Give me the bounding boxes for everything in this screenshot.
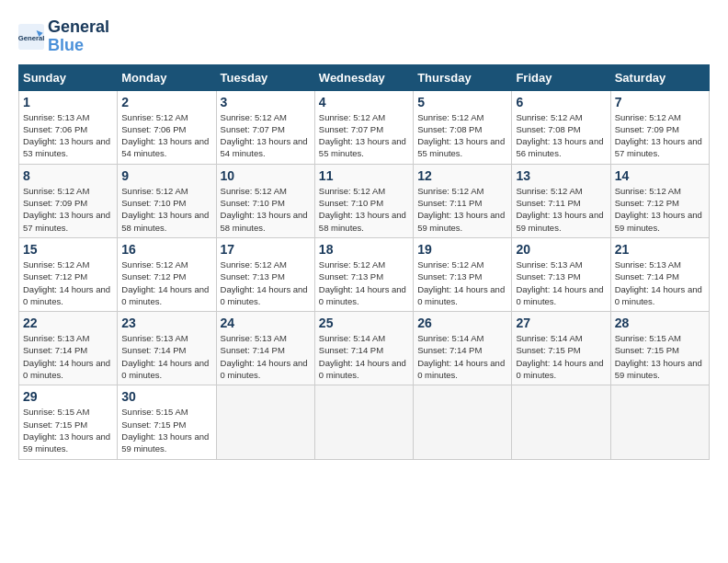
column-header-wednesday: Wednesday (314, 64, 413, 90)
day-info: Sunrise: 5:14 AM Sunset: 7:14 PM Dayligh… (319, 332, 409, 381)
calendar-cell: 8 Sunrise: 5:12 AM Sunset: 7:09 PM Dayli… (19, 164, 118, 237)
day-info: Sunrise: 5:13 AM Sunset: 7:14 PM Dayligh… (615, 259, 705, 307)
day-number: 12 (417, 168, 507, 183)
calendar-body: 1 Sunrise: 5:13 AM Sunset: 7:06 PM Dayli… (19, 90, 710, 459)
day-number: 23 (121, 316, 211, 330)
day-info: Sunrise: 5:14 AM Sunset: 7:15 PM Dayligh… (516, 332, 606, 381)
logo-icon: General (18, 24, 44, 50)
day-number: 9 (121, 168, 211, 183)
day-info: Sunrise: 5:14 AM Sunset: 7:14 PM Dayligh… (417, 332, 507, 381)
day-number: 27 (516, 316, 606, 330)
day-number: 21 (615, 242, 705, 257)
day-info: Sunrise: 5:13 AM Sunset: 7:06 PM Dayligh… (23, 111, 113, 160)
calendar-cell: 16 Sunrise: 5:12 AM Sunset: 7:12 PM Dayl… (118, 237, 216, 311)
day-info: Sunrise: 5:15 AM Sunset: 7:15 PM Dayligh… (23, 406, 113, 454)
day-info: Sunrise: 5:12 AM Sunset: 7:11 PM Dayligh… (417, 185, 507, 234)
calendar-cell (314, 385, 413, 459)
calendar-cell (414, 385, 512, 459)
calendar-cell: 30 Sunrise: 5:15 AM Sunset: 7:15 PM Dayl… (118, 385, 216, 459)
day-number: 11 (319, 168, 409, 183)
calendar-cell: 11 Sunrise: 5:12 AM Sunset: 7:10 PM Dayl… (314, 164, 413, 237)
day-number: 26 (417, 316, 507, 330)
calendar-week-3: 15 Sunrise: 5:12 AM Sunset: 7:12 PM Dayl… (19, 237, 710, 311)
calendar-cell: 22 Sunrise: 5:13 AM Sunset: 7:14 PM Dayl… (19, 312, 118, 385)
calendar-cell: 9 Sunrise: 5:12 AM Sunset: 7:10 PM Dayli… (118, 164, 216, 237)
calendar-cell: 18 Sunrise: 5:12 AM Sunset: 7:13 PM Dayl… (314, 237, 413, 311)
day-info: Sunrise: 5:12 AM Sunset: 7:12 PM Dayligh… (23, 259, 113, 307)
logo: General GeneralBlue (18, 18, 109, 55)
day-info: Sunrise: 5:12 AM Sunset: 7:08 PM Dayligh… (516, 111, 606, 160)
header: General GeneralBlue (18, 18, 710, 55)
day-info: Sunrise: 5:15 AM Sunset: 7:15 PM Dayligh… (121, 406, 211, 454)
day-number: 28 (615, 316, 705, 330)
day-info: Sunrise: 5:12 AM Sunset: 7:06 PM Dayligh… (121, 111, 211, 160)
day-info: Sunrise: 5:12 AM Sunset: 7:10 PM Dayligh… (319, 185, 409, 234)
calendar-cell: 4 Sunrise: 5:12 AM Sunset: 7:07 PM Dayli… (314, 90, 413, 164)
day-info: Sunrise: 5:12 AM Sunset: 7:13 PM Dayligh… (221, 259, 311, 307)
calendar-cell (512, 385, 610, 459)
column-header-thursday: Thursday (414, 64, 512, 90)
column-header-sunday: Sunday (19, 64, 118, 90)
day-number: 30 (121, 389, 211, 404)
day-number: 17 (221, 242, 311, 257)
calendar-cell: 27 Sunrise: 5:14 AM Sunset: 7:15 PM Dayl… (512, 312, 610, 385)
day-number: 18 (319, 242, 409, 257)
calendar-cell (610, 385, 709, 459)
day-info: Sunrise: 5:12 AM Sunset: 7:09 PM Dayligh… (615, 111, 705, 160)
day-number: 5 (417, 95, 507, 109)
day-info: Sunrise: 5:12 AM Sunset: 7:12 PM Dayligh… (615, 185, 705, 234)
day-number: 4 (319, 95, 409, 109)
calendar-week-1: 1 Sunrise: 5:13 AM Sunset: 7:06 PM Dayli… (19, 90, 710, 164)
day-number: 20 (516, 242, 606, 257)
day-number: 15 (23, 242, 113, 257)
day-number: 6 (516, 95, 606, 109)
day-info: Sunrise: 5:12 AM Sunset: 7:13 PM Dayligh… (417, 259, 507, 307)
day-number: 29 (23, 389, 113, 404)
day-info: Sunrise: 5:12 AM Sunset: 7:13 PM Dayligh… (319, 259, 409, 307)
calendar-cell: 20 Sunrise: 5:13 AM Sunset: 7:13 PM Dayl… (512, 237, 610, 311)
calendar-cell: 15 Sunrise: 5:12 AM Sunset: 7:12 PM Dayl… (19, 237, 118, 311)
calendar-cell: 5 Sunrise: 5:12 AM Sunset: 7:08 PM Dayli… (414, 90, 512, 164)
calendar-cell: 19 Sunrise: 5:12 AM Sunset: 7:13 PM Dayl… (414, 237, 512, 311)
calendar-cell: 28 Sunrise: 5:15 AM Sunset: 7:15 PM Dayl… (610, 312, 709, 385)
calendar-cell: 13 Sunrise: 5:12 AM Sunset: 7:11 PM Dayl… (512, 164, 610, 237)
day-info: Sunrise: 5:13 AM Sunset: 7:14 PM Dayligh… (23, 332, 113, 381)
day-number: 1 (23, 95, 113, 109)
calendar-cell: 10 Sunrise: 5:12 AM Sunset: 7:10 PM Dayl… (216, 164, 314, 237)
day-number: 13 (516, 168, 606, 183)
calendar-table: SundayMondayTuesdayWednesdayThursdayFrid… (18, 64, 710, 460)
day-number: 16 (121, 242, 211, 257)
day-info: Sunrise: 5:13 AM Sunset: 7:14 PM Dayligh… (221, 332, 311, 381)
calendar-cell: 7 Sunrise: 5:12 AM Sunset: 7:09 PM Dayli… (610, 90, 709, 164)
day-number: 25 (319, 316, 409, 330)
calendar-cell: 17 Sunrise: 5:12 AM Sunset: 7:13 PM Dayl… (216, 237, 314, 311)
day-info: Sunrise: 5:12 AM Sunset: 7:07 PM Dayligh… (319, 111, 409, 160)
day-number: 8 (23, 168, 113, 183)
calendar-week-5: 29 Sunrise: 5:15 AM Sunset: 7:15 PM Dayl… (19, 385, 710, 459)
calendar-week-2: 8 Sunrise: 5:12 AM Sunset: 7:09 PM Dayli… (19, 164, 710, 237)
day-number: 22 (23, 316, 113, 330)
day-number: 10 (221, 168, 311, 183)
column-header-monday: Monday (118, 64, 216, 90)
day-info: Sunrise: 5:12 AM Sunset: 7:09 PM Dayligh… (23, 185, 113, 234)
calendar-cell: 29 Sunrise: 5:15 AM Sunset: 7:15 PM Dayl… (19, 385, 118, 459)
day-number: 24 (221, 316, 311, 330)
calendar-header-row: SundayMondayTuesdayWednesdayThursdayFrid… (19, 64, 710, 90)
calendar-cell (216, 385, 314, 459)
day-info: Sunrise: 5:13 AM Sunset: 7:14 PM Dayligh… (121, 332, 211, 381)
day-number: 7 (615, 95, 705, 109)
calendar-cell: 24 Sunrise: 5:13 AM Sunset: 7:14 PM Dayl… (216, 312, 314, 385)
day-info: Sunrise: 5:13 AM Sunset: 7:13 PM Dayligh… (516, 259, 606, 307)
calendar-cell: 23 Sunrise: 5:13 AM Sunset: 7:14 PM Dayl… (118, 312, 216, 385)
day-info: Sunrise: 5:12 AM Sunset: 7:08 PM Dayligh… (417, 111, 507, 160)
calendar-cell: 3 Sunrise: 5:12 AM Sunset: 7:07 PM Dayli… (216, 90, 314, 164)
calendar-cell: 12 Sunrise: 5:12 AM Sunset: 7:11 PM Dayl… (414, 164, 512, 237)
column-header-friday: Friday (512, 64, 610, 90)
calendar-week-4: 22 Sunrise: 5:13 AM Sunset: 7:14 PM Dayl… (19, 312, 710, 385)
day-info: Sunrise: 5:12 AM Sunset: 7:12 PM Dayligh… (121, 259, 211, 307)
day-number: 2 (121, 95, 211, 109)
calendar-cell: 2 Sunrise: 5:12 AM Sunset: 7:06 PM Dayli… (118, 90, 216, 164)
calendar-cell: 26 Sunrise: 5:14 AM Sunset: 7:14 PM Dayl… (414, 312, 512, 385)
day-info: Sunrise: 5:12 AM Sunset: 7:10 PM Dayligh… (221, 185, 311, 234)
day-info: Sunrise: 5:12 AM Sunset: 7:07 PM Dayligh… (221, 111, 311, 160)
